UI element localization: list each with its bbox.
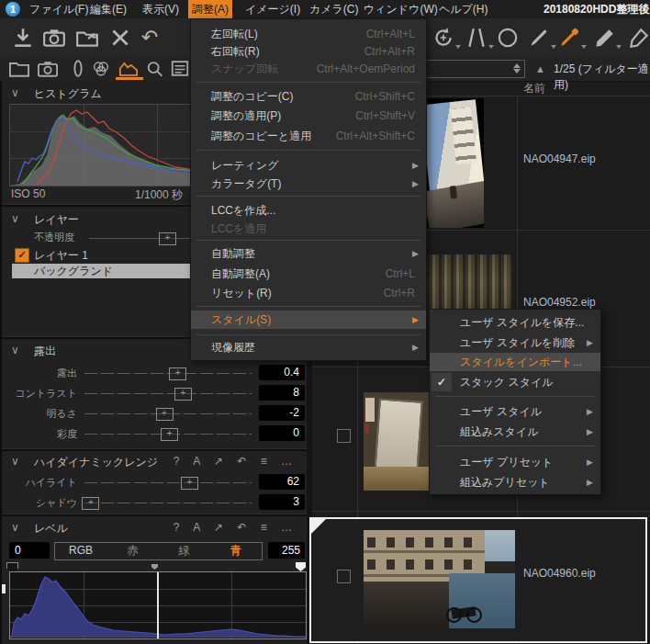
menu-item-rotate-left[interactable]: 左回転(L)Ctrl+Alt+L xyxy=(191,25,426,43)
menubar-image[interactable]: イメージ(I) xyxy=(241,0,304,18)
slider-value[interactable]: 8 xyxy=(259,385,305,401)
slider-thumb[interactable]: + xyxy=(181,477,198,490)
slider-value[interactable]: 3 xyxy=(259,494,305,510)
lens-tab-icon[interactable] xyxy=(68,60,88,77)
collapse-browser-icon[interactable]: ▲ xyxy=(535,63,545,74)
levels-histogram[interactable] xyxy=(9,571,307,639)
menu-item-create-lcc[interactable]: LCCを作成... xyxy=(191,201,426,220)
menu-item-apply-lcc: LCCを適用 xyxy=(191,220,426,238)
slider-thumb[interactable]: + xyxy=(169,367,186,380)
menu-item-auto-adjust[interactable]: 自動調整(A)Ctrl+L xyxy=(191,265,426,283)
levels-section-header[interactable]: ∨ レベル ? A ↗ ↶ ≡ … xyxy=(2,521,305,537)
thumbnail-NAO04947[interactable] xyxy=(425,98,484,228)
collapse-chevron-icon[interactable]: ∨ xyxy=(11,212,19,225)
scroll-indicator[interactable] xyxy=(2,584,6,593)
menu-item-styles[interactable]: スタイル(S)▶ xyxy=(191,311,426,329)
menubar-adjust[interactable]: 調整(A) xyxy=(188,0,232,18)
focus-magnifier-tab-icon[interactable] xyxy=(145,60,165,77)
menubar-window[interactable]: ウィンドウ(W) xyxy=(360,0,442,18)
filename-label[interactable]: NAO04960.eip xyxy=(523,567,596,580)
slider-track[interactable]: + xyxy=(84,413,252,414)
slider-track[interactable]: + xyxy=(84,393,252,394)
delete-icon[interactable] xyxy=(108,26,132,50)
panel-header-icons[interactable]: ? A ↗ ↶ ≡ … xyxy=(174,455,297,468)
thumbnail-NAO04960[interactable] xyxy=(364,530,515,628)
capture-tab-icon[interactable] xyxy=(38,60,58,77)
slider-thumb[interactable]: + xyxy=(161,428,178,441)
submenu-item-import-style[interactable]: スタイルをインポート... xyxy=(430,353,600,371)
submenu-item-stack-styles[interactable]: ✓スタック スタイル xyxy=(430,373,600,391)
menu-item-apply-adjustments[interactable]: 調整の適用(P)Ctrl+Shift+V xyxy=(191,107,426,125)
menubar-edit[interactable]: 編集(E) xyxy=(86,0,130,18)
menu-item-auto-adjust-sub[interactable]: 自動調整▶ xyxy=(191,244,426,263)
slider-value[interactable]: 62 xyxy=(259,474,305,490)
slider-value[interactable]: 0 xyxy=(259,425,305,441)
menu-item-rating[interactable]: レーティング▶ xyxy=(191,156,426,175)
slider-track[interactable]: + xyxy=(84,434,252,435)
collapse-chevron-icon[interactable]: ∨ xyxy=(11,86,19,99)
submenu-item-builtin-styles[interactable]: 組込みスタイル▶ xyxy=(430,423,600,441)
submenu-item-delete-user-style[interactable]: ユーザ スタイルを削除▶ xyxy=(430,333,600,352)
collapse-chevron-icon[interactable]: ∨ xyxy=(11,521,19,534)
name-column-label[interactable]: 名前 xyxy=(523,81,545,96)
pen-icon[interactable] xyxy=(627,26,650,50)
levels-midpoint-line[interactable] xyxy=(157,572,159,638)
brush-icon[interactable] xyxy=(527,26,551,50)
levels-max-input[interactable]: 255 xyxy=(268,542,305,559)
slider-track[interactable]: + xyxy=(84,503,252,503)
menu-item-reset[interactable]: リセット(R)Ctrl+R xyxy=(191,284,426,302)
slider-thumb[interactable]: + xyxy=(174,388,192,401)
collapse-chevron-icon[interactable]: ∨ xyxy=(11,344,19,356)
folder-export-icon[interactable] xyxy=(75,26,99,50)
filename-label[interactable]: NAO04952.eip xyxy=(523,296,596,309)
submenu-item-save-user-style[interactable]: ユーザ スタイルを保存... xyxy=(430,313,600,332)
slider-thumb[interactable]: + xyxy=(82,497,99,510)
menubar-file[interactable]: ファイル(F) xyxy=(26,0,92,18)
menu-item-copy-adjustments[interactable]: 調整のコピー(C)Ctrl+Shift+C xyxy=(191,87,426,106)
slider-track[interactable]: + xyxy=(84,482,252,483)
rotate-icon[interactable] xyxy=(431,26,455,50)
slider-value[interactable]: -2 xyxy=(259,405,305,421)
color-picker-icon[interactable] xyxy=(557,26,581,50)
thumbnail-shop[interactable] xyxy=(364,392,430,491)
circle-overlay-icon[interactable] xyxy=(496,26,520,50)
menu-item-color-tag[interactable]: カラータグ(T)▶ xyxy=(191,175,426,193)
library-folder-tab-icon[interactable] xyxy=(9,60,29,77)
channel-tab-blue[interactable]: 青 xyxy=(210,543,262,559)
channel-tab-red[interactable]: 赤 xyxy=(106,543,158,559)
undo-icon[interactable]: ↶ xyxy=(138,26,162,50)
slider-value[interactable]: 0.4 xyxy=(259,365,305,380)
menu-item-process-history[interactable]: 現像履歴▶ xyxy=(191,338,426,356)
keystone-icon[interactable] xyxy=(465,26,488,50)
crop-arrow-icon[interactable] xyxy=(592,26,616,50)
channel-tab-green[interactable]: 緑 xyxy=(159,543,210,559)
collapse-chevron-icon[interactable]: ∨ xyxy=(11,455,19,468)
panel-header-icons[interactable]: ? A ↗ ↶ ≡ … xyxy=(174,521,297,534)
levels-min-input[interactable]: 0 xyxy=(9,542,50,559)
hdr-section-header[interactable]: ∨ ハイダイナミックレンジ ? A ↗ ↶ ≡ … xyxy=(2,455,305,471)
row-checkbox[interactable] xyxy=(337,429,351,443)
levels-mid-handle[interactable] xyxy=(151,564,158,570)
channel-tab-rgb[interactable]: RGB xyxy=(55,543,106,559)
menu-item-copy-apply-adjustments[interactable]: 調整のコピーと適用Ctrl+Alt+Shift+C xyxy=(191,127,426,145)
color-wheels-tab-icon[interactable] xyxy=(91,60,111,77)
menubar-view[interactable]: 表示(V) xyxy=(139,0,183,18)
slider-thumb[interactable]: + xyxy=(156,408,174,421)
layer-visibility-checkbox[interactable]: ✓ xyxy=(15,248,29,263)
slider-track[interactable]: + xyxy=(84,373,252,374)
menu-item-rotate-right[interactable]: 右回転(R)Ctrl+Alt+R xyxy=(191,42,426,61)
layer-name[interactable]: レイヤー 1 xyxy=(34,248,88,264)
submenu-item-user-presets[interactable]: ユーザ プリセット▶ xyxy=(430,453,600,471)
submenu-item-builtin-presets[interactable]: 組込みプリセット▶ xyxy=(430,473,600,491)
opacity-slider-thumb[interactable]: + xyxy=(159,232,176,245)
import-icon[interactable] xyxy=(11,26,35,50)
filename-label[interactable]: NAO04947.eip xyxy=(523,153,596,165)
capture-icon[interactable] xyxy=(42,26,66,50)
exposure-histogram-tab-icon[interactable] xyxy=(118,60,139,77)
menubar-camera[interactable]: カメラ(C) xyxy=(306,0,363,18)
row-checkbox[interactable] xyxy=(337,570,351,583)
submenu-item-user-styles[interactable]: ユーザ スタイル▶ xyxy=(430,402,600,421)
metadata-list-tab-icon[interactable] xyxy=(170,60,190,77)
levels-highlight-handle[interactable] xyxy=(296,562,306,571)
menubar-help[interactable]: ヘルプ(H) xyxy=(435,0,492,18)
